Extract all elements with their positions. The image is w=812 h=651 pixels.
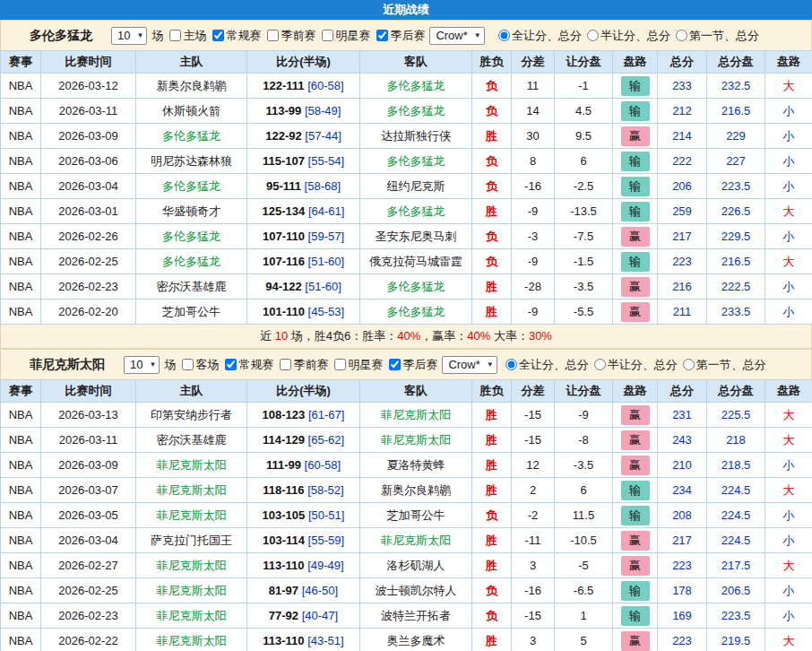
half-score: [58-52] xyxy=(307,483,343,497)
radio-input[interactable] xyxy=(676,30,687,41)
home-team: 明尼苏达森林狼 xyxy=(136,149,247,174)
win-loss: 胜 xyxy=(472,124,512,149)
game-date: 2026-03-04 xyxy=(41,174,136,199)
filter-checkbox[interactable]: 常规赛 xyxy=(209,28,261,44)
odds-type-radio[interactable]: 全让分、总分 xyxy=(495,28,582,44)
win-loss: 胜 xyxy=(472,274,512,299)
odds-type-radio[interactable]: 半让分、总分 xyxy=(591,357,678,373)
mode-select[interactable]: Crow*▼ xyxy=(442,356,497,374)
handicap-result-badge: 输 xyxy=(621,581,650,601)
handicap-line: -8 xyxy=(555,428,613,453)
game-date: 2026-03-04 xyxy=(41,528,136,553)
filter-checkbox[interactable]: 客场 xyxy=(178,357,219,373)
game-row: NBA2026-03-05菲尼克斯太阳103-105 [50-51]芝加哥公牛负… xyxy=(1,503,812,528)
over-under-result: 大 xyxy=(765,403,812,428)
game-date: 2026-03-09 xyxy=(41,453,136,478)
radio-input[interactable] xyxy=(498,30,510,41)
column-header: 客队 xyxy=(360,380,472,403)
filter-checkbox[interactable]: 季前赛 xyxy=(276,357,328,373)
over-under-result: 小 xyxy=(765,578,812,603)
win-loss: 负 xyxy=(472,74,512,99)
game-row: NBA2026-02-26多伦多猛龙107-110 [59-57]圣安东尼奥马刺… xyxy=(1,224,812,249)
filter-checkbox[interactable]: 季后赛 xyxy=(385,357,437,373)
checkbox-input[interactable] xyxy=(267,30,279,41)
column-header: 赛事 xyxy=(1,380,41,403)
checkbox-input[interactable] xyxy=(334,359,346,370)
final-score: 77-92 xyxy=(269,609,298,622)
odds-type-radio[interactable]: 第一节、总分 xyxy=(672,28,759,44)
checkbox-input[interactable] xyxy=(322,30,333,41)
game-date: 2026-03-12 xyxy=(41,74,136,99)
filter-checkbox[interactable]: 季前赛 xyxy=(263,28,315,44)
odds-type-radio[interactable]: 半让分、总分 xyxy=(583,28,670,44)
filter-checkbox[interactable]: 季后赛 xyxy=(373,28,425,44)
total-points: 212 xyxy=(658,99,707,124)
handicap-result-badge: 输 xyxy=(621,101,650,121)
home-team: 多伦多猛龙 xyxy=(136,124,247,149)
home-team: 萨克拉门托国王 xyxy=(136,528,247,553)
total-line: 222.5 xyxy=(707,274,765,299)
handicap-result: 输 xyxy=(613,199,658,224)
checkbox-input[interactable] xyxy=(389,359,401,370)
odds-type-radio[interactable]: 全让分、总分 xyxy=(502,357,589,373)
away-team: 波士顿凯尔特人 xyxy=(360,578,472,603)
checkbox-input[interactable] xyxy=(212,30,224,41)
filter-checkbox[interactable]: 主场 xyxy=(166,28,206,44)
handicap-result: 输 xyxy=(613,74,658,99)
total-line: 232.5 xyxy=(707,74,765,99)
checkbox-input[interactable] xyxy=(169,30,181,41)
checkbox-input[interactable] xyxy=(376,30,388,41)
column-header: 赛事 xyxy=(1,51,41,74)
over-under-result: 小 xyxy=(765,503,812,528)
game-row: NBA2026-03-07菲尼克斯太阳118-116 [58-52]新奥尔良鹈鹕… xyxy=(1,478,812,503)
mode-select-value: Crow* xyxy=(448,358,479,371)
league: NBA xyxy=(1,453,41,478)
handicap-result-badge: 输 xyxy=(621,606,650,626)
score: 103-105 [50-51] xyxy=(247,503,360,528)
handicap-result: 赢 xyxy=(613,453,658,478)
summary-text: 30% xyxy=(529,329,552,343)
handicap-result-badge: 输 xyxy=(621,152,650,171)
checkbox-input[interactable] xyxy=(182,359,194,370)
total-line: 225.5 xyxy=(707,403,765,428)
game-date: 2026-03-05 xyxy=(41,503,136,528)
page: 近期战绩 多伦多猛龙10▼场主场常规赛季前赛明星赛季后赛Crow*▼全让分、总分… xyxy=(0,0,812,651)
game-date: 2026-02-25 xyxy=(41,578,136,603)
team-name: 多伦多猛龙 xyxy=(30,28,92,44)
win-loss: 胜 xyxy=(472,199,512,224)
away-team: 圣安东尼奥马刺 xyxy=(360,224,472,249)
filter-checkbox[interactable]: 常规赛 xyxy=(221,357,273,373)
radio-input[interactable] xyxy=(683,359,695,370)
over-under-result: 小 xyxy=(765,99,812,124)
radio-input[interactable] xyxy=(505,359,517,370)
score: 113-110 [49-49] xyxy=(247,553,360,578)
home-team: 密尔沃基雄鹿 xyxy=(136,428,247,453)
checkbox-input[interactable] xyxy=(280,359,291,370)
games-count-select[interactable]: 10▼ xyxy=(124,356,160,374)
point-diff: 3 xyxy=(512,629,555,651)
final-score: 103-105 xyxy=(263,508,306,522)
handicap-result: 输 xyxy=(613,478,658,503)
half-score: [65-62] xyxy=(308,433,344,447)
handicap-result-badge: 输 xyxy=(621,506,650,525)
score: 81-97 [46-50] xyxy=(247,578,360,603)
over-under-result: 小 xyxy=(765,453,812,478)
total-points: 178 xyxy=(658,578,707,603)
summary-text: 40% xyxy=(467,329,490,343)
odds-type-radio-group: 全让分、总分半让分、总分第一节、总分 xyxy=(495,28,806,44)
checkbox-input[interactable] xyxy=(225,359,237,370)
handicap-line: -1.5 xyxy=(555,249,613,274)
games-count-select[interactable]: 10▼ xyxy=(111,27,147,45)
final-score: 118-116 xyxy=(263,483,304,497)
mode-select[interactable]: Crow*▼ xyxy=(429,27,484,45)
filter-checkbox[interactable]: 明星赛 xyxy=(331,357,383,373)
odds-type-radio[interactable]: 第一节、总分 xyxy=(679,357,766,373)
total-points: 223 xyxy=(658,249,707,274)
half-score: [59-57] xyxy=(308,230,344,243)
radio-input[interactable] xyxy=(594,359,606,370)
handicap-line: 6 xyxy=(555,478,613,503)
radio-input[interactable] xyxy=(587,30,599,41)
over-under-result: 小 xyxy=(765,224,812,249)
handicap-result: 输 xyxy=(613,249,658,274)
filter-checkbox[interactable]: 明星赛 xyxy=(318,28,370,44)
